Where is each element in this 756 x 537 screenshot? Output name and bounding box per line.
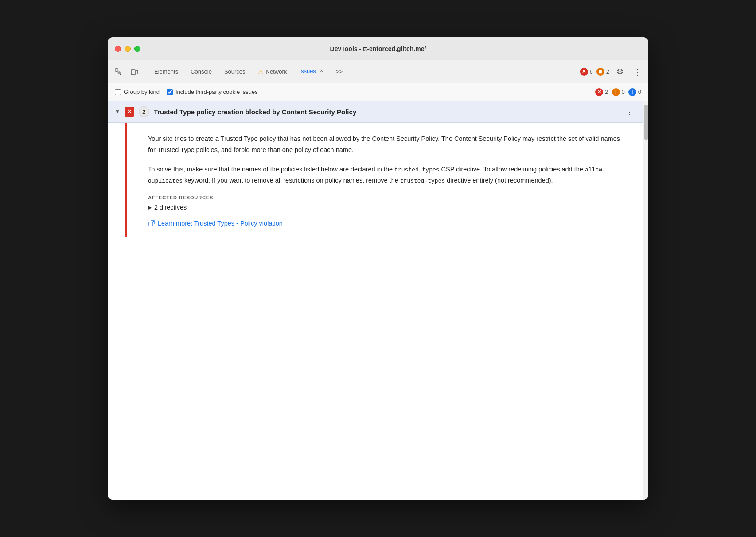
- error-badge-icon: ✕: [580, 68, 588, 76]
- issues-info-icon: i: [628, 88, 636, 96]
- issues-info-count: i 0: [628, 88, 641, 96]
- scrollbar-thumb[interactable]: [644, 105, 648, 140]
- issues-error-icon: ✕: [595, 88, 603, 96]
- tab-elements[interactable]: Elements: [149, 66, 183, 78]
- devtools-window: DevTools - tt-enforced.glitch.me/ Elemen…: [108, 37, 648, 500]
- inspector-icon[interactable]: [111, 65, 125, 79]
- main-toolbar: Elements Console Sources ⚠ Network Issue…: [108, 60, 648, 83]
- device-toggle-icon[interactable]: [127, 65, 141, 79]
- warning-count: ■ 2: [596, 68, 609, 76]
- maximize-button[interactable]: [134, 46, 140, 52]
- external-link-icon: [148, 220, 155, 227]
- directives-row[interactable]: ▶ 2 directives: [148, 204, 629, 211]
- tab-network[interactable]: ⚠ Network: [253, 66, 292, 78]
- error-count: ✕ 6: [580, 68, 593, 76]
- title-bar: DevTools - tt-enforced.glitch.me/: [108, 37, 648, 60]
- tab-issues[interactable]: Issues ✕: [294, 65, 331, 78]
- issues-tab-close[interactable]: ✕: [318, 68, 325, 75]
- directives-label: 2 directives: [154, 204, 187, 211]
- include-third-party-checkbox[interactable]: [167, 89, 173, 95]
- network-warning-icon: ⚠: [258, 68, 264, 75]
- tab-sources[interactable]: Sources: [219, 66, 251, 78]
- group-by-kind-checkbox[interactable]: [115, 89, 121, 95]
- issues-toolbar: Group by kind Include third-party cookie…: [108, 83, 648, 101]
- code-trusted-types-1: trusted-types: [394, 167, 439, 173]
- issue-description-p2: To solve this, make sure that the names …: [148, 164, 629, 186]
- toolbar-separator-1: [145, 66, 145, 77]
- learn-more-text: Learn more: Trusted Types - Policy viola…: [158, 220, 283, 227]
- toolbar-right: ✕ 6 ■ 2 ⚙ ⋮: [580, 65, 645, 79]
- issue-body: Your site tries to create a Trusted Type…: [125, 123, 643, 237]
- close-button[interactable]: [115, 46, 121, 52]
- window-title: DevTools - tt-enforced.glitch.me/: [330, 45, 426, 52]
- svg-rect-1: [131, 70, 135, 75]
- warning-badge-icon: ■: [596, 68, 604, 76]
- traffic-lights: [115, 46, 140, 52]
- issue-panel: ▼ ✕ 2 Trusted Type policy creation block…: [108, 101, 643, 500]
- learn-more-link[interactable]: Learn more: Trusted Types - Policy viola…: [148, 220, 629, 227]
- issue-more-button[interactable]: ⋮: [624, 105, 636, 118]
- issues-warning-count: ! 0: [612, 88, 625, 96]
- issue-count-badge: 2: [139, 106, 149, 117]
- issue-error-icon: ✕: [125, 107, 134, 117]
- settings-button[interactable]: ⚙: [613, 65, 627, 79]
- issues-warning-icon: !: [612, 88, 620, 96]
- more-options-button[interactable]: ⋮: [631, 65, 645, 79]
- directives-arrow-icon: ▶: [148, 205, 152, 210]
- issue-title: Trusted Type policy creation blocked by …: [154, 108, 619, 116]
- tab-console[interactable]: Console: [185, 66, 217, 78]
- include-third-party-label[interactable]: Include third-party cookie issues: [167, 89, 258, 95]
- main-content: ▼ ✕ 2 Trusted Type policy creation block…: [108, 101, 648, 500]
- code-trusted-types-2: trusted-types: [400, 178, 445, 184]
- issues-error-count: ✕ 2: [595, 88, 608, 96]
- issue-header[interactable]: ▼ ✕ 2 Trusted Type policy creation block…: [108, 101, 643, 123]
- svg-rect-2: [136, 70, 138, 74]
- issue-description-p1: Your site tries to create a Trusted Type…: [148, 133, 629, 155]
- scrollbar[interactable]: [643, 101, 648, 500]
- group-by-kind-label[interactable]: Group by kind: [115, 89, 160, 95]
- affected-resources-label: AFFECTED RESOURCES: [148, 195, 629, 200]
- code-allow-duplicates: allow-duplicates: [148, 167, 606, 184]
- issues-toolbar-separator: [265, 87, 265, 97]
- issue-chevron-icon: ▼: [115, 109, 120, 115]
- minimize-button[interactable]: [125, 46, 131, 52]
- svg-rect-0: [115, 69, 118, 71]
- more-tabs-button[interactable]: >>: [332, 66, 346, 78]
- issues-counts: ✕ 2 ! 0 i 0: [595, 88, 641, 96]
